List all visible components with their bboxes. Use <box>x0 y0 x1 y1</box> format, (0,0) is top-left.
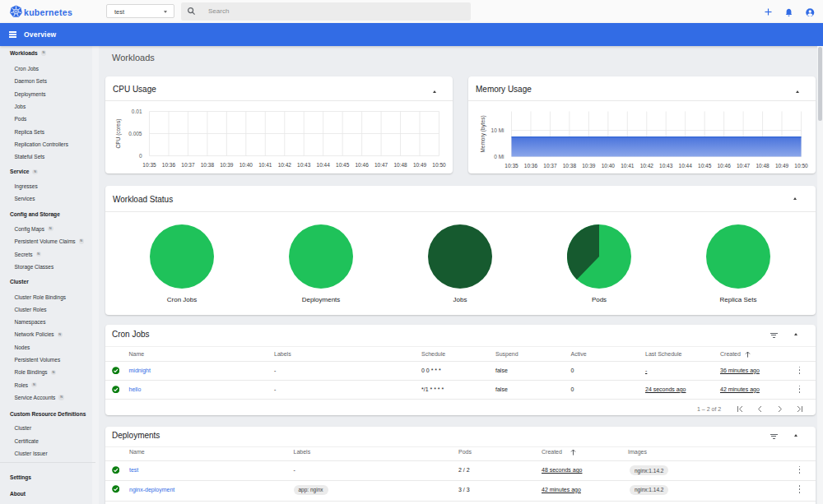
svg-text:10:45: 10:45 <box>698 163 712 169</box>
svg-text:10:43: 10:43 <box>659 163 673 169</box>
svg-text:10:50: 10:50 <box>432 162 446 168</box>
svg-text:10:40: 10:40 <box>602 163 616 169</box>
svg-text:10:43: 10:43 <box>297 162 311 168</box>
svg-text:10:48: 10:48 <box>393 162 407 168</box>
svg-text:10:42: 10:42 <box>278 162 292 168</box>
svg-text:10:36: 10:36 <box>524 163 538 169</box>
svg-text:10 Mi: 10 Mi <box>491 127 504 133</box>
svg-text:0 Mi: 0 Mi <box>494 154 504 160</box>
svg-text:10:36: 10:36 <box>162 162 176 168</box>
svg-text:10:37: 10:37 <box>543 163 557 169</box>
svg-text:10:49: 10:49 <box>413 162 427 168</box>
svg-text:0: 0 <box>139 153 142 159</box>
svg-text:10:46: 10:46 <box>717 163 731 169</box>
svg-text:10:39: 10:39 <box>220 162 234 168</box>
svg-text:10:46: 10:46 <box>355 162 369 168</box>
svg-text:10:38: 10:38 <box>563 163 577 169</box>
svg-text:10:38: 10:38 <box>201 162 215 168</box>
svg-text:10:35: 10:35 <box>142 162 156 168</box>
svg-text:10:39: 10:39 <box>582 163 596 169</box>
svg-text:10:45: 10:45 <box>336 162 350 168</box>
svg-text:CPU (cores): CPU (cores) <box>115 119 122 149</box>
svg-text:10:44: 10:44 <box>679 163 693 169</box>
svg-text:10:49: 10:49 <box>775 163 789 169</box>
svg-text:10:41: 10:41 <box>258 162 272 168</box>
svg-text:10:37: 10:37 <box>181 162 195 168</box>
svg-text:10:47: 10:47 <box>737 163 751 169</box>
svg-text:10:35: 10:35 <box>504 163 518 169</box>
svg-text:10:47: 10:47 <box>374 162 388 168</box>
svg-text:Memory (bytes): Memory (bytes) <box>480 115 486 152</box>
svg-text:10:42: 10:42 <box>640 163 654 169</box>
svg-text:10:48: 10:48 <box>756 163 770 169</box>
svg-text:0.005: 0.005 <box>128 131 142 136</box>
svg-text:10:44: 10:44 <box>317 162 331 168</box>
svg-text:10:41: 10:41 <box>621 163 635 169</box>
svg-text:10:50: 10:50 <box>794 163 808 169</box>
svg-text:0.01: 0.01 <box>132 109 142 114</box>
svg-text:10:40: 10:40 <box>239 162 253 168</box>
